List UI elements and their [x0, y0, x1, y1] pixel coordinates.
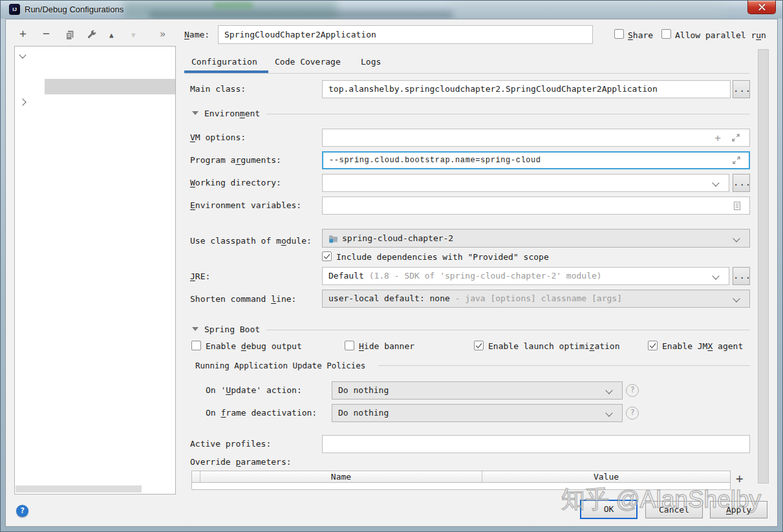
spring-boot-collapse-arrow-icon[interactable] — [192, 327, 198, 331]
vm-options-input[interactable]: + — [322, 129, 750, 147]
jre-label: JRE: — [190, 271, 210, 282]
on-update-action-value: Do nothing — [338, 382, 389, 399]
vm-options-label: VM options: — [190, 133, 246, 143]
tree-node-templates[interactable]: Templates — [15, 94, 175, 110]
expand-field-icon[interactable] — [732, 156, 741, 165]
window-title: Run/Debug Configurations — [25, 5, 123, 14]
spring-boot-icon — [33, 50, 63, 63]
move-down-button[interactable]: ▼ — [131, 30, 136, 41]
enable-debug-output-checkbox[interactable] — [191, 341, 201, 350]
program-arguments-input[interactable]: --spring.cloud.bootstrap.name=spring-clo… — [322, 151, 750, 169]
intellij-app-icon: IJ — [9, 4, 20, 15]
chevron-collapsed-icon[interactable] — [19, 98, 26, 105]
vertical-scrollbar[interactable] — [758, 49, 769, 484]
help-button[interactable]: ? — [16, 505, 28, 517]
share-checkbox[interactable] — [614, 29, 624, 39]
main-class-browse-button[interactable]: ... — [733, 80, 750, 98]
allow-parallel-run-label: Allow parallel run — [675, 30, 766, 41]
on-update-action-label: On 'Update' action: — [206, 385, 302, 396]
tree-node-chapter2-selected[interactable]: SpringCloudChapter2App — [15, 79, 175, 94]
configurations-tree: Spring Boot SpringCloudChapter1App Sprin… — [14, 46, 176, 495]
tab-logs[interactable]: Logs — [361, 57, 381, 67]
table-header-value[interactable]: Value — [482, 471, 730, 482]
tree-node-spring-boot[interactable]: Spring Boot — [15, 48, 175, 63]
table-header-name[interactable]: Name — [200, 471, 482, 482]
tree-node-chapter1[interactable]: SpringCloudChapter1App — [15, 63, 175, 79]
more-actions-button[interactable]: » — [160, 28, 166, 40]
main-class-input[interactable]: top.alanshelby.springcloudchapter2.Sprin… — [322, 80, 731, 98]
jre-browse-button[interactable]: ... — [733, 267, 750, 285]
tree-horizontal-scrollbar[interactable] — [16, 485, 142, 493]
minus-icon: − — [43, 27, 50, 40]
environment-variables-input[interactable] — [322, 197, 750, 215]
hide-banner-checkbox[interactable] — [345, 341, 354, 350]
zhihu-watermark: 知乎 @AlanShelby — [561, 484, 775, 516]
main-class-value: top.alanshelby.springcloudchapter2.Sprin… — [328, 81, 658, 98]
module-folder-icon — [328, 234, 338, 243]
active-profiles-input[interactable] — [322, 435, 750, 453]
update-action-help-icon[interactable]: ? — [626, 384, 639, 397]
name-label: Name: — [184, 30, 209, 40]
environment-variables-label: Environment variables: — [190, 200, 301, 211]
list-document-icon[interactable] — [733, 201, 742, 211]
jre-combobox[interactable]: Default (1.8 - SDK of 'spring-cloud-chap… — [322, 267, 729, 285]
enable-launch-optimization-label: Enable launch optimization — [488, 341, 620, 352]
tab-configuration[interactable]: Configuration — [191, 57, 257, 67]
use-classpath-label: Use classpath of module: — [190, 236, 312, 246]
allow-parallel-run-checkbox[interactable] — [661, 29, 671, 39]
chevron-down-icon — [733, 295, 740, 302]
tab-code-coverage[interactable]: Code Coverage — [275, 57, 341, 67]
spring-boot-section-line — [266, 330, 750, 330]
plus-icon[interactable]: + — [714, 132, 721, 144]
module-classpath-combobox[interactable]: spring-cloud-chapter-2 — [322, 229, 750, 248]
name-value: SpringCloudChapter2Application — [224, 26, 376, 43]
chevron-down-icon — [712, 179, 719, 186]
override-parameters-label: Override parameters: — [190, 457, 292, 467]
remove-configuration-button[interactable]: − — [43, 28, 50, 39]
table-corner-cell — [192, 471, 200, 482]
add-configuration-button[interactable]: + — [19, 28, 27, 39]
frame-deactivation-help-icon[interactable]: ? — [626, 407, 639, 420]
working-directory-browse-button[interactable]: ... — [733, 174, 750, 192]
active-profiles-label: Active profiles: — [190, 439, 271, 449]
working-directory-label: Working directory: — [190, 178, 281, 188]
on-update-action-combobox[interactable]: Do nothing — [332, 381, 623, 399]
tabs-divider — [184, 73, 750, 74]
titlebar-glass-blur — [149, 11, 453, 19]
titlebar-glass-blur — [453, 1, 725, 19]
program-arguments-label: Program arguments: — [190, 155, 281, 165]
environment-section-line — [266, 114, 750, 114]
on-frame-deactivation-combobox[interactable]: Do nothing — [332, 404, 623, 422]
spring-boot-icon — [47, 66, 78, 79]
override-table-header[interactable]: Name Value — [191, 471, 731, 483]
share-label: Share — [628, 30, 653, 41]
move-up-button[interactable]: ▲ — [109, 30, 114, 41]
shorten-command-line-combobox[interactable]: user-local default: none - java [options… — [322, 290, 750, 308]
arrow-up-icon: ▲ — [109, 31, 114, 39]
working-directory-input[interactable] — [322, 174, 729, 192]
enable-debug-output-label: Enable debug output — [206, 341, 302, 352]
enable-launch-optimization-checkbox[interactable] — [474, 341, 484, 350]
update-policies-line — [378, 365, 750, 366]
enable-jmx-agent-checkbox[interactable] — [648, 341, 658, 350]
chevron-down-icon — [605, 387, 612, 394]
jre-value: Default (1.8 - SDK of 'spring-cloud-chap… — [328, 268, 602, 284]
copy-configuration-button[interactable] — [65, 30, 75, 40]
expand-field-icon[interactable] — [731, 133, 740, 142]
on-frame-deactivation-value: Do nothing — [338, 405, 389, 421]
close-icon — [758, 4, 766, 11]
enable-jmx-agent-label: Enable JMX agent — [662, 341, 743, 352]
chevron-double-right-icon: » — [160, 28, 166, 40]
chevron-down-icon — [605, 409, 612, 416]
hide-banner-label: Hide banner — [359, 341, 414, 352]
chevron-expanded-icon[interactable] — [19, 51, 26, 58]
chevron-down-icon — [712, 272, 719, 279]
edit-templates-button[interactable] — [87, 30, 97, 40]
environment-collapse-arrow-icon[interactable] — [192, 111, 198, 115]
close-button[interactable] — [747, 1, 776, 14]
update-policies-title: Running Application Update Policies — [195, 361, 365, 371]
name-input[interactable]: SpringCloudChapter2Application — [218, 25, 593, 44]
titlebar-glass-blur — [214, 2, 253, 8]
shorten-command-line-label: Shorten command line: — [190, 294, 296, 304]
provided-scope-checkbox[interactable] — [322, 251, 332, 261]
